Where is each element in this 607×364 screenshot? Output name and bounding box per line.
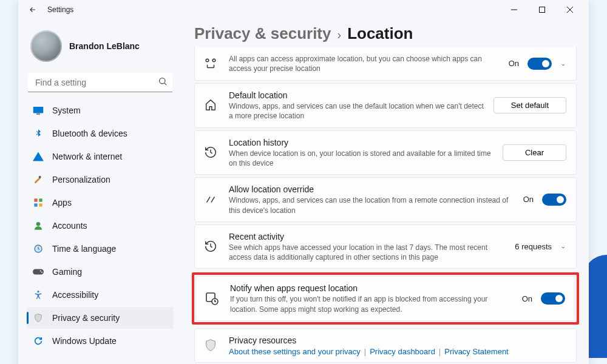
sidebar-item-network[interactable]: Network & internet: [27, 146, 174, 167]
link-privacy-dashboard[interactable]: Privacy dashboard: [370, 347, 435, 356]
sidebar-item-apps[interactable]: Apps: [27, 192, 174, 214]
svg-rect-6: [33, 107, 44, 113]
card-desc: Windows, apps, and services can use the …: [229, 101, 485, 121]
chevron-down-icon[interactable]: ⌄: [560, 244, 566, 250]
svg-rect-10: [39, 198, 42, 201]
sidebar-item-time[interactable]: Time & language: [27, 238, 174, 260]
sidebar-item-label: Privacy & security: [52, 313, 120, 323]
chevron-right-icon: ›: [337, 28, 341, 42]
card-desc: Windows, apps, and services can use the …: [229, 195, 515, 215]
svg-point-4: [160, 78, 165, 84]
clear-button[interactable]: Clear: [503, 144, 566, 161]
card-privacy-resources: Privacy resources About these settings a…: [194, 328, 577, 363]
history-icon: [201, 143, 220, 162]
toggle-state-label: On: [522, 294, 532, 303]
time-icon: [33, 243, 44, 254]
sidebar-item-label: Network & internet: [52, 152, 122, 161]
sidebar-item-label: Personalization: [52, 175, 110, 184]
avatar[interactable]: [30, 30, 62, 62]
user-name: Brandon LeBlanc: [69, 41, 140, 51]
close-button[interactable]: [556, 0, 584, 19]
request-count: 6 requests: [515, 242, 552, 251]
breadcrumb: Privacy & security › Location: [194, 24, 577, 43]
history-icon: [201, 237, 220, 256]
sidebar-item-accounts[interactable]: Accounts: [27, 215, 174, 237]
card-title: Recent activity: [229, 231, 506, 242]
svg-rect-1: [540, 7, 545, 13]
svg-rect-11: [34, 203, 37, 206]
card-title: Location history: [229, 137, 494, 148]
sidebar-item-update[interactable]: Windows Update: [27, 330, 174, 352]
link-privacy-statement[interactable]: Privacy Statement: [444, 347, 509, 356]
toggle-state-label: On: [523, 195, 534, 204]
sidebar-item-label: Accounts: [52, 221, 87, 231]
home-pin-icon: [201, 96, 220, 115]
chevron-down-icon[interactable]: ⌄: [560, 61, 566, 67]
card-location-history: Location history When device location is…: [194, 130, 577, 175]
system-icon: [33, 105, 44, 116]
sidebar-item-label: Apps: [52, 198, 72, 207]
sidebar-item-accessibility[interactable]: Accessibility: [27, 284, 174, 306]
card-desc: See which apps have accessed your locati…: [229, 243, 506, 262]
svg-point-20: [212, 59, 215, 62]
svg-rect-7: [36, 113, 40, 115]
sidebar-item-label: Time & language: [52, 244, 116, 254]
card-notify-location: Notify when apps request location If you…: [195, 276, 575, 321]
svg-point-13: [36, 222, 41, 226]
notify-location-icon: [202, 289, 222, 308]
window-title: Settings: [47, 5, 73, 14]
sidebar-item-system[interactable]: System: [27, 99, 174, 121]
svg-point-19: [206, 59, 209, 62]
accessibility-icon: [33, 289, 44, 300]
sidebar-item-label: System: [52, 106, 81, 115]
toggle-state-label: On: [509, 59, 519, 68]
breadcrumb-current: Location: [347, 24, 413, 43]
sidebar-item-label: Windows Update: [52, 336, 117, 346]
sidebar-item-personalization[interactable]: Personalization: [27, 169, 174, 190]
card-title: Privacy resources: [229, 335, 566, 346]
sidebar-item-bluetooth[interactable]: Bluetooth & devices: [27, 123, 174, 144]
apps-icon: [33, 197, 44, 208]
bluetooth-icon: [33, 128, 44, 139]
sidebar-item-label: Bluetooth & devices: [52, 129, 127, 138]
breadcrumb-parent[interactable]: Privacy & security: [194, 24, 331, 43]
card-desc: All apps can access approximate location…: [229, 54, 500, 73]
shield-icon: [201, 335, 220, 355]
gaming-icon: [33, 266, 44, 277]
card-desc: When device location is on, your locatio…: [229, 149, 494, 168]
svg-rect-12: [39, 203, 42, 206]
toggle-approximate[interactable]: [527, 58, 552, 70]
accounts-icon: [33, 220, 44, 231]
card-default-location: Default location Windows, apps, and serv…: [194, 83, 577, 128]
set-default-button[interactable]: Set default: [493, 97, 566, 113]
svg-point-17: [41, 272, 42, 273]
maximize-button[interactable]: [528, 0, 556, 19]
search-icon: [158, 76, 168, 89]
toggle-override[interactable]: [542, 194, 566, 206]
personalization-icon: [33, 174, 44, 185]
svg-point-16: [40, 270, 41, 271]
card-title: Notify when apps request location: [230, 283, 514, 294]
card-title: Allow location override: [229, 184, 515, 195]
location-precision-icon: [201, 54, 220, 73]
override-icon: [201, 190, 220, 209]
minimize-button[interactable]: [500, 0, 528, 19]
network-icon: [33, 151, 44, 162]
svg-rect-9: [34, 198, 37, 201]
search-input[interactable]: [28, 73, 172, 92]
sidebar-item-gaming[interactable]: Gaming: [27, 261, 174, 283]
update-icon: [33, 335, 44, 346]
sidebar-item-label: Gaming: [52, 267, 82, 277]
sidebar-item-privacy[interactable]: Privacy & security: [27, 307, 174, 329]
card-desc: If you turn this off, you won't be notif…: [230, 294, 514, 314]
toggle-notify[interactable]: [541, 292, 565, 305]
card-approximate-location[interactable]: All apps can access approximate location…: [194, 47, 577, 81]
privacy-icon: [33, 312, 44, 323]
back-button[interactable]: [23, 0, 42, 19]
card-location-override: Allow location override Windows, apps, a…: [194, 177, 577, 222]
card-title: Default location: [229, 90, 485, 101]
highlight-box: Notify when apps request location If you…: [192, 272, 579, 325]
card-recent-activity[interactable]: Recent activity See which apps have acce…: [194, 224, 577, 269]
link-about-settings[interactable]: About these settings and your privacy: [229, 347, 361, 356]
svg-point-18: [37, 291, 39, 292]
